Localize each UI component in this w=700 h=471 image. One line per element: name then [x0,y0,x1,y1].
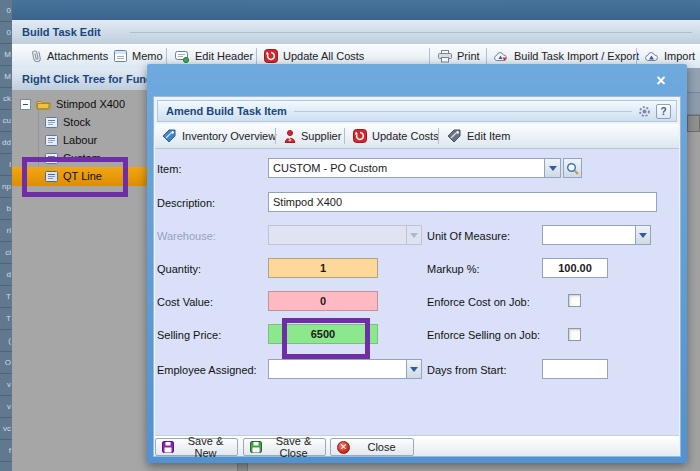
background-text-fragment: l [0,154,12,176]
supplier-button[interactable]: $ Supplier [284,124,341,148]
dialog-toolbar: Inventory Overview $ Supplier Update Cos… [155,124,679,149]
memo-label: Memo [132,50,163,62]
memo-icon [114,50,127,62]
background-grid-area [687,132,700,471]
floppy-purple-icon [162,441,174,453]
dialog-form-area [155,149,679,436]
build-task-import-export-label: Build Task Import / Export [514,50,639,62]
save-and-new-button[interactable]: Save & New [155,438,238,456]
inventory-overview-button[interactable]: Inventory Overview [162,124,276,148]
background-text-fragment: M [0,66,12,88]
tree-panel: Stimpod X400 Stock Labour Custom QT Line [12,90,147,471]
save-and-close-button[interactable]: Save & Close [243,438,326,456]
dialog-title-rule [294,111,632,112]
gear-icon[interactable] [636,104,652,119]
list-icon [45,117,58,128]
background-text-fragment: d [0,264,12,286]
tree-root-label: Stimpod X400 [56,98,125,110]
folder-icon [36,98,51,110]
background-text-fragment: O [0,352,12,374]
window-title-bar: Build Task Edit [12,20,700,45]
edit-header-label: Edit Header [195,50,253,62]
dialog-body: Amend Build Task Item ? Inventory Overvi… [153,96,681,457]
floppy-green-icon [250,441,262,453]
background-window-strip: 00MMckcuddlnpbrlcidTT(Ovvvcf [0,0,12,471]
background-text-fragment: T [0,286,12,308]
background-grid-band [687,68,700,93]
cloud-up-icon [644,50,659,62]
help-button[interactable]: ? [656,104,671,119]
background-grid-header [687,115,700,132]
toolbar-separator [438,128,439,144]
inventory-overview-label: Inventory Overview [182,130,276,142]
toolbar-separator [429,48,430,64]
update-all-costs-label: Update All Costs [283,50,364,62]
annotation-qt-line [22,157,128,197]
edit-item-button[interactable]: Edit Item [447,124,510,148]
background-text-fragment: b [0,198,12,220]
print-label: Print [457,50,480,62]
update-costs-label: Update Costs [372,130,439,142]
tree-panel-header: Right Click Tree for Funct [12,68,147,91]
svg-text:$: $ [288,135,292,142]
toolbar-separator [344,128,345,144]
background-text-fragment: v [0,396,12,418]
refresh-icon [353,129,367,143]
collapse-icon[interactable] [20,99,31,110]
tag-icon [162,129,177,143]
import-label: Import [664,50,695,62]
tree-root-node[interactable]: Stimpod X400 [20,95,125,113]
paperclip-icon [30,48,44,64]
edit-header-icon [175,50,190,63]
toolbar-separator [275,128,276,144]
toolbar-separator [636,48,637,64]
list-icon [45,135,58,146]
print-icon [438,50,452,63]
background-text-fragment: rl [0,220,12,242]
dark-tag-icon [447,129,462,143]
background-scrollbar-nub [237,463,248,471]
save-and-close-label: Save & Close [268,435,319,459]
supplier-label: Supplier [301,130,341,142]
close-icon[interactable]: × [651,71,671,91]
background-text-fragment: ck [0,88,12,110]
background-text-fragment: cu [0,110,12,132]
background-text-fragment: ( [0,330,12,352]
background-text-fragment: M [0,44,12,66]
tree-item-stock[interactable]: Stock [45,113,91,131]
background-text-fragment: 0 [0,22,12,44]
toolbar-separator [256,48,257,64]
supplier-person-icon: $ [284,130,296,143]
refresh-icon [264,49,278,63]
attachments-label: Attachments [47,50,108,62]
toolbar-separator [166,48,167,64]
background-text-fragment: T [0,308,12,330]
background-text-fragment: np [0,176,12,198]
tree-panel-title: Right Click Tree for Funct [22,68,147,90]
dialog-group-header: Amend Build Task Item ? [157,100,677,122]
screenshot-root: 00MMckcuddlnpbrlcidTT(Ovvvcf Build Task … [0,0,700,471]
background-text-fragment: vc [0,418,12,440]
tree-item-labour[interactable]: Labour [45,131,97,149]
background-text-fragment: ci [0,242,12,264]
background-text-fragment: f [0,440,12,462]
background-grid-band [687,93,700,115]
toolbar-separator [486,48,487,64]
edit-item-label: Edit Item [467,130,510,142]
close-circle-icon: ✕ [337,441,350,454]
background-text-fragment: v [0,374,12,396]
amend-build-task-dialog: × Amend Build Task Item ? Inventory Over… [147,64,687,463]
close-button[interactable]: ✕ Close [330,438,414,456]
window-title: Build Task Edit [22,20,101,44]
close-label: Close [356,441,407,453]
save-and-new-label: Save & New [180,435,231,459]
update-costs-button[interactable]: Update Costs [353,124,439,148]
tree-item-label: Labour [63,134,97,146]
title-rule [130,32,692,33]
cloud-up-down-icon [493,50,509,62]
window-top-bar [12,0,700,20]
dialog-title: Amend Build Task Item [166,101,287,121]
tree-item-label: Stock [63,116,91,128]
background-text-fragment: 0 [0,0,12,22]
attachments-button[interactable]: Attachments [31,44,108,68]
